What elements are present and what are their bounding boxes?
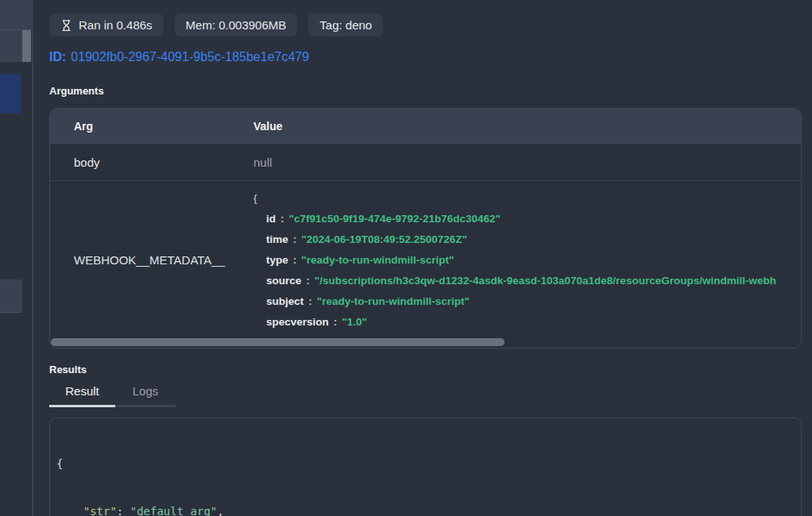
object-value: "ready-to-run-windmill-script": [317, 295, 470, 307]
object-separator: :: [334, 316, 338, 328]
object-entry-time: time:"2024-06-19T08:49:52.2500726Z": [253, 229, 801, 250]
table-horizontal-scrollbar-track[interactable]: [51, 337, 800, 347]
sidebar-list-block: [0, 30, 22, 62]
object-key: time: [266, 233, 288, 245]
results-tabs: Result Logs: [49, 384, 802, 407]
column-header-value: Value: [230, 120, 801, 133]
runtime-badge-label: Ran in 0.486s: [79, 18, 153, 32]
run-detail-panel: Ran in 0.486s Mem: 0.003906MB Tag: deno …: [33, 0, 812, 516]
tab-result-active-underline: [49, 405, 115, 407]
table-row-webhook-metadata: WEBHOOK__METADATA__ { id:"c7f91c50-9f19-…: [50, 181, 801, 338]
sidebar-edge: [0, 0, 33, 516]
object-value: "/subscriptions/h3c3qw-d1232-4asdk-9easd…: [315, 275, 776, 287]
object-entry-specversion: specversion:"1.0": [253, 312, 801, 333]
arg-value-body: null: [230, 156, 801, 169]
results-section-title: Results: [49, 364, 802, 375]
object-separator: :: [308, 295, 312, 307]
tag-badge-label: Tag: deno: [319, 18, 372, 32]
arguments-section-title: Arguments: [49, 85, 802, 97]
tab-result-label: Result: [65, 384, 99, 398]
column-header-arg: Arg: [50, 120, 230, 133]
object-separator: :: [293, 254, 297, 266]
memory-badge-label: Mem: 0.003906MB: [186, 18, 287, 32]
object-key: type: [266, 254, 288, 266]
json-value-str: "default arg": [130, 505, 218, 516]
arguments-table: Arg Value body null WEBHOOK__METADATA__ …: [49, 108, 802, 348]
tab-logs-label: Logs: [133, 384, 159, 398]
arg-name-body: body: [50, 156, 230, 169]
object-value: "1.0": [342, 316, 367, 328]
object-separator: :: [293, 233, 297, 245]
object-key: specversion: [266, 316, 329, 328]
result-json-box: { "str": "default arg", "union": "Hello …: [49, 418, 802, 516]
object-value: "ready-to-run-windmill-script": [301, 254, 454, 266]
code-line-1: {: [56, 456, 793, 472]
table-horizontal-scrollbar-thumb[interactable]: [51, 338, 505, 346]
object-entry-source: source:"/subscriptions/h3c3qw-d1232-4asd…: [253, 271, 801, 291]
tab-logs-underline: [115, 405, 176, 407]
run-id-line: ID:01902fb0-2967-4091-9b5c-185be1e7c479: [49, 50, 802, 66]
json-key-str: "str": [56, 505, 117, 516]
tab-logs[interactable]: Logs: [115, 384, 176, 407]
run-stats-badges: Ran in 0.486s Mem: 0.003906MB Tag: deno: [49, 13, 802, 37]
object-entry-type: type:"ready-to-run-windmill-script": [253, 250, 801, 271]
sidebar-selected-item[interactable]: [0, 74, 21, 114]
run-id-label: ID:: [49, 50, 66, 64]
object-key: source: [266, 275, 301, 287]
object-value: "2024-06-19T08:49:52.2500726Z": [301, 233, 467, 245]
sidebar-item[interactable]: [0, 279, 22, 313]
object-value: "c7f91c50-9f19-474e-9792-21b76dc30462": [289, 213, 501, 225]
object-separator: :: [306, 275, 310, 287]
tab-result[interactable]: Result: [49, 384, 115, 407]
object-key: subject: [266, 295, 304, 307]
object-entry-id: id:"c7f91c50-9f19-474e-9792-21b76dc30462…: [253, 209, 801, 229]
object-open-brace: {: [253, 188, 801, 209]
arg-value-webhook-metadata: { id:"c7f91c50-9f19-474e-9792-21b76dc304…: [230, 181, 801, 338]
result-json-code: { "str": "default arg", "union": "Hello …: [56, 426, 793, 516]
sidebar-header-block: [0, 0, 32, 30]
tag-badge: Tag: deno: [308, 13, 383, 37]
memory-badge: Mem: 0.003906MB: [175, 13, 298, 37]
object-viewer: { id:"c7f91c50-9f19-474e-9792-21b76dc304…: [253, 181, 801, 333]
arg-name-webhook-metadata: WEBHOOK__METADATA__: [50, 181, 230, 338]
hourglass-icon: [60, 19, 72, 32]
object-separator: :: [280, 213, 284, 225]
sidebar-vertical-scrollbar-thumb[interactable]: [22, 30, 31, 62]
table-row-body: body null: [50, 144, 801, 181]
object-entry-subject: subject:"ready-to-run-windmill-script": [253, 291, 801, 312]
object-key: id: [266, 213, 276, 225]
runtime-badge: Ran in 0.486s: [49, 13, 164, 37]
run-id-value[interactable]: 01902fb0-2967-4091-9b5c-185be1e7c479: [71, 50, 309, 64]
code-line-2: "str": "default arg",: [56, 504, 793, 516]
arguments-table-header: Arg Value: [50, 109, 801, 144]
